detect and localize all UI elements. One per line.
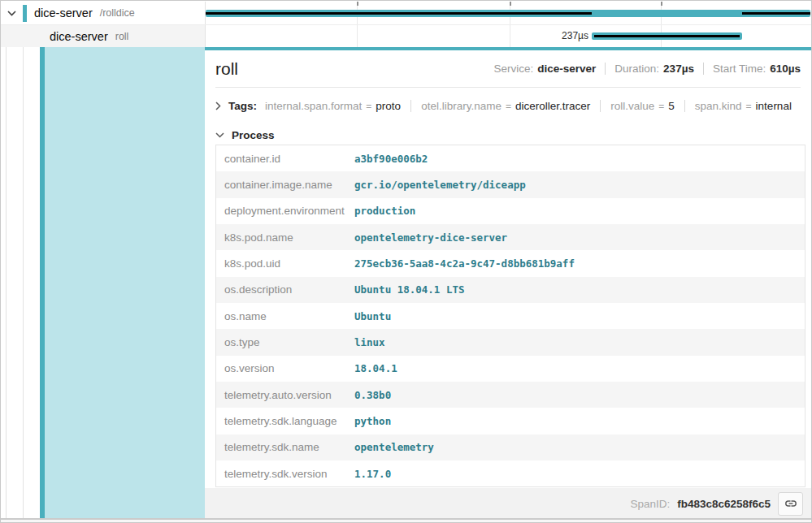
- timeline-tick: [510, 2, 511, 6]
- attribute-value: production: [354, 205, 415, 217]
- attribute-key: os.version: [216, 362, 354, 374]
- table-row: k8s.pod.name opentelemetry-dice-server: [216, 224, 805, 250]
- tag-item: internal.span.format=proto: [265, 100, 401, 112]
- tag-value: diceroller.tracer: [515, 100, 590, 112]
- attribute-value: python: [354, 415, 391, 427]
- table-row: os.name Ubuntu: [216, 303, 805, 329]
- span-bar-overlay: [206, 12, 592, 15]
- tree-guide-line: [6, 25, 7, 518]
- span-detail-footer: SpanID: fb483c8c6258f6c5: [205, 488, 811, 519]
- selected-span-row-background[interactable]: [45, 47, 205, 518]
- stat-item: Duration:237µs: [605, 63, 694, 75]
- attribute-value: gcr.io/opentelemetry/diceapp: [354, 179, 526, 191]
- attribute-value: 1.17.0: [354, 468, 391, 480]
- link-icon: [784, 497, 797, 510]
- table-row: k8s.pod.uid 275ecb36-5aa8-4c2a-9c47-d8bb…: [216, 250, 805, 276]
- attribute-value: 275ecb36-5aa8-4c2a-9c47-d8bb681b9aff: [354, 257, 575, 270]
- spanid-label: SpanID:: [630, 498, 670, 510]
- attribute-value: opentelemetry: [354, 441, 434, 453]
- span-bar-overlay: [594, 35, 740, 37]
- attribute-value: a3bf90e006b2: [354, 153, 428, 165]
- service-color-chip: [23, 5, 27, 22]
- process-key-value-table: container.id a3bf90e006b2 container.imag…: [215, 145, 805, 487]
- stat-label: Duration:: [614, 63, 659, 75]
- process-accordion[interactable]: Process: [215, 125, 283, 145]
- operation-name: roll: [115, 31, 129, 42]
- span-bar-rolldice[interactable]: [206, 10, 810, 17]
- span-detail-panel: roll Service:dice-server Duration:237µs …: [205, 47, 811, 519]
- span-bar-overlay: [742, 12, 810, 15]
- tree-guide-line: [23, 25, 24, 518]
- stat-value: dice-server: [537, 63, 596, 75]
- tags-list: internal.span.format=proto otel.library.…: [265, 100, 792, 112]
- stat-label: Service:: [493, 63, 533, 75]
- tag-equals-sign: =: [746, 101, 752, 112]
- tag-key: roll.value: [610, 100, 654, 112]
- attribute-key: container.id: [216, 153, 354, 165]
- jaeger-trace-detail-view: dice-server /rolldice dice-server roll 2…: [0, 0, 812, 523]
- span-row-roll[interactable]: dice-server roll: [1, 25, 205, 47]
- tag-equals-sign: =: [366, 101, 371, 112]
- timeline-tick: [661, 2, 662, 6]
- stat-item: Service:dice-server: [493, 63, 596, 75]
- attribute-value: opentelemetry-dice-server: [354, 231, 507, 244]
- table-row: os.description Ubuntu 18.04.1 LTS: [216, 277, 805, 303]
- stat-item: Start Time:610µs: [703, 63, 801, 75]
- table-row: container.id a3bf90e006b2: [216, 145, 805, 171]
- chevron-right-icon: [215, 102, 221, 110]
- tags-label: Tags:: [228, 100, 257, 112]
- table-row: container.image.name gcr.io/opentelemetr…: [216, 171, 805, 197]
- span-bar-roll[interactable]: [592, 32, 742, 40]
- attribute-key: telemetry.auto.version: [216, 389, 354, 401]
- tags-accordion[interactable]: Tags: internal.span.format=proto otel.li…: [215, 89, 801, 123]
- tag-value: proto: [376, 100, 401, 112]
- span-detail-header: roll Service:dice-server Duration:237µs …: [215, 50, 801, 88]
- stat-label: Start Time:: [713, 63, 766, 75]
- attribute-key: deployment.environment: [216, 205, 354, 217]
- service-name: dice-server: [34, 6, 93, 19]
- spanid-value: fb483c8c6258f6c5: [677, 498, 771, 510]
- attribute-key: container.image.name: [216, 179, 354, 191]
- stat-value: 610µs: [770, 63, 801, 75]
- attribute-value: 18.04.1: [354, 362, 397, 374]
- table-row: telemetry.sdk.language python: [216, 408, 805, 434]
- chevron-down-icon: [215, 132, 224, 138]
- attribute-key: os.description: [216, 283, 354, 296]
- attribute-value: linux: [354, 336, 385, 348]
- attribute-value: 0.38b0: [354, 389, 391, 401]
- tag-key: span.kind: [695, 100, 742, 112]
- tag-equals-sign: =: [658, 101, 664, 112]
- attribute-key: telemetry.sdk.name: [216, 441, 354, 453]
- pane-bottom-padding: [1, 520, 811, 523]
- attribute-key: os.type: [216, 336, 354, 348]
- tag-value: internal: [756, 100, 792, 112]
- tag-item: span.kind=internal: [684, 100, 792, 112]
- chevron-down-icon: [7, 11, 16, 16]
- attribute-key: k8s.pod.uid: [216, 257, 354, 270]
- attribute-key: k8s.pod.name: [216, 231, 354, 244]
- span-operation-title: roll: [215, 59, 238, 79]
- tag-key: internal.span.format: [265, 100, 362, 112]
- process-label: Process: [232, 129, 275, 141]
- attribute-value: Ubuntu 18.04.1 LTS: [354, 283, 464, 296]
- attribute-key: telemetry.sdk.version: [216, 468, 354, 480]
- stat-value: 237µs: [663, 63, 694, 75]
- table-row: telemetry.auto.version 0.38b0: [216, 382, 805, 408]
- span-stats: Service:dice-server Duration:237µs Start…: [493, 63, 801, 75]
- table-row: os.type linux: [216, 329, 805, 355]
- service-name: dice-server: [50, 30, 108, 43]
- tag-item: otel.library.name=diceroller.tracer: [410, 100, 590, 112]
- collapse-children-button[interactable]: [7, 11, 16, 16]
- span-row-rolldice[interactable]: dice-server /rolldice: [1, 2, 205, 24]
- table-row: telemetry.sdk.version 1.17.0: [216, 460, 805, 486]
- tag-key: otel.library.name: [421, 100, 502, 112]
- table-row: os.version 18.04.1: [216, 356, 805, 382]
- operation-name: /rolldice: [100, 7, 135, 19]
- tag-value: 5: [668, 100, 675, 112]
- attribute-key: telemetry.sdk.language: [216, 415, 354, 427]
- attribute-value: Ubuntu: [354, 310, 391, 322]
- tag-equals-sign: =: [506, 101, 511, 112]
- tag-item: roll.value=5: [600, 100, 675, 112]
- copy-span-link-button[interactable]: [778, 492, 803, 516]
- attribute-key: os.name: [216, 310, 354, 322]
